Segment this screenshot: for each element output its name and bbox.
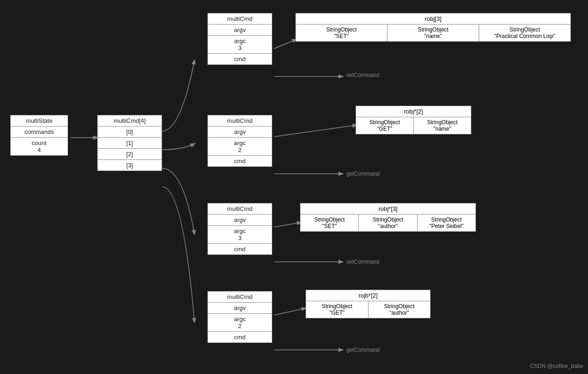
multicmd0-cmd: cmd bbox=[208, 54, 272, 64]
multistate-title: multiState bbox=[11, 115, 68, 127]
rojb-star2-title: rojb*[2] bbox=[306, 290, 430, 301]
multistate-count: count4 bbox=[11, 138, 68, 155]
robj-star2-cell0: StringObject"GET" bbox=[356, 117, 414, 134]
robj3-cell0: StringObject"SET" bbox=[296, 25, 388, 41]
getcommand-label-0: getCommand bbox=[346, 171, 380, 177]
multicmd-array-1: [1] bbox=[98, 138, 162, 149]
robj-star2-cell1: StringObject"name" bbox=[414, 117, 471, 134]
robj3-cell1: StringObject"name" bbox=[388, 25, 479, 41]
robj3-box: robj[3] StringObject"SET" StringObject"n… bbox=[295, 13, 571, 42]
getcommand-label-1: getCommand bbox=[346, 347, 380, 353]
robj-star3-cell2: StringObject"Peter Seibel" bbox=[418, 215, 475, 231]
multicmd2-argv: argv bbox=[208, 215, 272, 226]
setcommand-label-1: setCommand bbox=[346, 259, 379, 265]
robj-star2-title: robj*[2] bbox=[356, 106, 471, 117]
rojb-star2-cell1: StringObject"author" bbox=[369, 301, 431, 318]
multicmd0-argv: argv bbox=[208, 25, 272, 36]
robj-star2-box: robj*[2] StringObject"GET" StringObject"… bbox=[356, 106, 471, 134]
multicmd0-title: multiCmd bbox=[208, 13, 272, 25]
multicmd2-argc: argc3 bbox=[208, 226, 272, 244]
multicmd1-argv: argv bbox=[208, 127, 272, 138]
multicmd0-box: multiCmd argv argc3 cmd bbox=[207, 13, 272, 65]
multicmd0-argc: argc3 bbox=[208, 36, 272, 54]
rojb-star2-cell0: StringObject"GET" bbox=[306, 301, 369, 318]
multicmd3-box: multiCmd argv argc2 cmd bbox=[207, 291, 272, 343]
multicmd1-title: multiCmd bbox=[208, 115, 272, 127]
robj3-title: robj[3] bbox=[296, 13, 570, 25]
multicmd3-title: multiCmd bbox=[208, 292, 272, 303]
multicmd2-title: multiCmd bbox=[208, 203, 272, 215]
setcommand-label-0: setCommand bbox=[346, 72, 379, 78]
multicmd1-argc: argc2 bbox=[208, 138, 272, 156]
rojb-star2-box: rojb*[2] StringObject"GET" StringObject"… bbox=[306, 290, 431, 318]
multicmd-array-2: [2] bbox=[98, 149, 162, 160]
multicmd3-argc: argc2 bbox=[208, 314, 272, 332]
multicmd3-argv: argv bbox=[208, 303, 272, 314]
multicmd-array-3: [3] bbox=[98, 160, 162, 171]
robj-star3-title: robj*[3] bbox=[300, 203, 475, 215]
robj-star3-cell0: StringObject"SET" bbox=[300, 215, 359, 231]
multicmd2-box: multiCmd argv argc3 cmd bbox=[207, 203, 272, 255]
robj-star3-box: robj*[3] StringObject"SET" StringObject"… bbox=[300, 203, 476, 232]
multicmd2-cmd: cmd bbox=[208, 244, 272, 254]
robj3-cell2: StringObject"Practical Common Lisp" bbox=[479, 25, 570, 41]
multistate-commands: commands bbox=[11, 127, 68, 138]
multicmd3-cmd: cmd bbox=[208, 332, 272, 342]
multicmd-array-0: [0] bbox=[98, 127, 162, 138]
multicmd1-cmd: cmd bbox=[208, 156, 272, 166]
multistate-box: multiState commands count4 bbox=[10, 115, 68, 156]
multicmd1-box: multiCmd argv argc2 cmd bbox=[207, 115, 272, 167]
multicmd-array-box: multiCmd[4] [0] [1] [2] [3] bbox=[97, 115, 162, 171]
watermark: CSDN @coffee_babe bbox=[530, 363, 583, 369]
multicmd-array-title: multiCmd[4] bbox=[98, 115, 162, 127]
robj-star3-cell1: StringObject"author" bbox=[359, 215, 417, 231]
